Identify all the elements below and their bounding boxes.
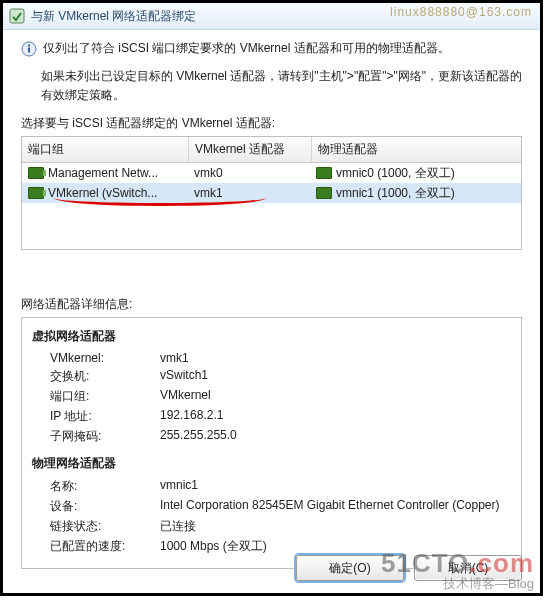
v-portgroup: VMkernel (160, 388, 511, 405)
col-portgroup[interactable]: 端口组 (22, 137, 189, 162)
table-row[interactable]: Management Netw... vmk0 vmnic0 (1000, 全双… (22, 163, 521, 183)
k-link: 链接状态: (50, 518, 160, 535)
v-mask: 255.255.255.0 (160, 428, 511, 445)
nic-icon (316, 167, 332, 179)
virtual-title: 虚拟网络适配器 (32, 328, 511, 345)
v-vmkernel: vmk1 (160, 351, 511, 365)
k-portgroup: 端口组: (50, 388, 160, 405)
k-device: 设备: (50, 498, 160, 515)
k-ip: IP 地址: (50, 408, 160, 425)
watermark-top: linux888880@163.com (390, 5, 532, 19)
portgroup-icon (28, 167, 44, 179)
intro-line-2: 如果未列出已设定目标的 VMkernel 适配器，请转到"主机">"配置">"网… (41, 67, 522, 105)
grid-empty (22, 203, 521, 249)
physical-title: 物理网络适配器 (32, 455, 511, 472)
v-device: Intel Corporation 82545EM Gigabit Ethern… (160, 498, 511, 515)
cancel-button[interactable]: 取消(C) (414, 555, 522, 581)
col-vmkernel[interactable]: VMkernel 适配器 (189, 137, 312, 162)
intro-line-1: 仅列出了符合 iSCSI 端口绑定要求的 VMkernel 适配器和可用的物理适… (43, 40, 450, 57)
grid-header: 端口组 VMkernel 适配器 物理适配器 (22, 137, 521, 163)
svg-rect-0 (10, 9, 24, 23)
detail-label: 网络适配器详细信息: (21, 296, 522, 313)
portgroup-icon (28, 187, 44, 199)
k-vmkernel: VMkernel: (50, 351, 160, 365)
v-speed: 1000 Mbps (全双工) (160, 538, 511, 555)
detail-box: 虚拟网络适配器 VMkernel:vmk1 交换机:vSwitch1 端口组:V… (21, 317, 522, 569)
grid-body: Management Netw... vmk0 vmnic0 (1000, 全双… (22, 163, 521, 249)
info-icon (21, 41, 37, 57)
cell-vmk: vmk1 (188, 184, 310, 202)
cell-pg: Management Netw... (48, 166, 158, 180)
k-mask: 子网掩码: (50, 428, 160, 445)
svg-rect-2 (28, 48, 30, 53)
table-row[interactable]: VMkernel (vSwitch... vmk1 vmnic1 (1000, … (22, 183, 521, 203)
v-link: 已连接 (160, 518, 511, 535)
v-name: vmnic1 (160, 478, 511, 495)
k-speed: 已配置的速度: (50, 538, 160, 555)
svg-rect-3 (28, 45, 30, 47)
nic-icon (316, 187, 332, 199)
ok-button[interactable]: 确定(O) (296, 555, 404, 581)
adapter-grid: 端口组 VMkernel 适配器 物理适配器 Management Netw..… (21, 136, 522, 250)
k-switch: 交换机: (50, 368, 160, 385)
col-physical[interactable]: 物理适配器 (312, 137, 521, 162)
cell-phys: vmnic0 (1000, 全双工) (336, 165, 455, 182)
cell-phys: vmnic1 (1000, 全双工) (336, 185, 455, 202)
k-name: 名称: (50, 478, 160, 495)
v-ip: 192.168.2.1 (160, 408, 511, 425)
pick-label: 选择要与 iSCSI 适配器绑定的 VMkernel 适配器: (21, 115, 522, 132)
vsphere-icon (9, 8, 25, 24)
cell-vmk: vmk0 (188, 164, 310, 182)
button-bar: 确定(O) 取消(C) (296, 555, 522, 581)
v-switch: vSwitch1 (160, 368, 511, 385)
cell-pg: VMkernel (vSwitch... (48, 186, 157, 200)
